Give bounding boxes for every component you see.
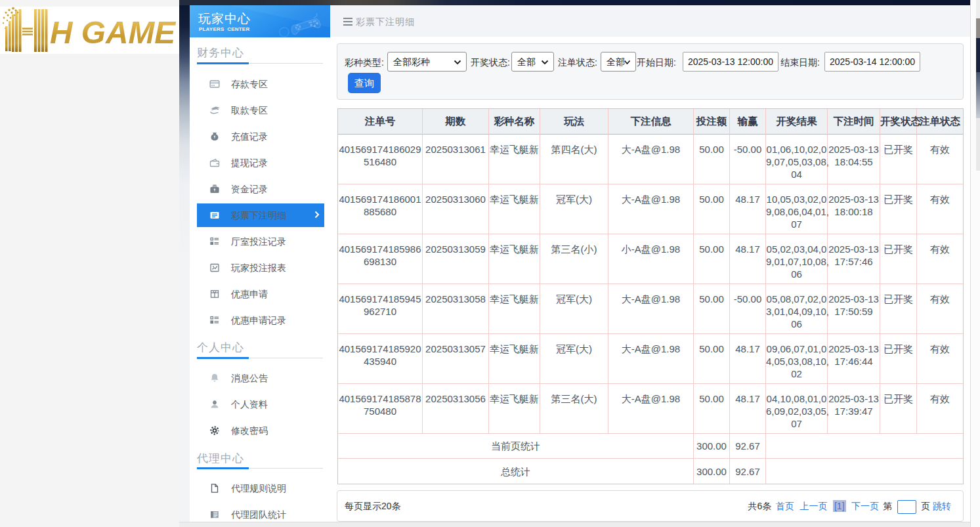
svg-text:H GAME: H GAME [50, 14, 176, 50]
